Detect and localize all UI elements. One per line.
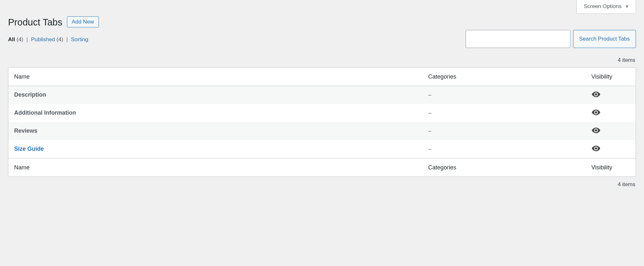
- col-header-visibility[interactable]: Visibility: [586, 67, 636, 86]
- eye-icon[interactable]: [592, 127, 601, 134]
- col-header-name[interactable]: Name: [8, 67, 422, 86]
- filter-published[interactable]: Published (4): [31, 36, 65, 43]
- col-footer-name: Name: [8, 158, 422, 176]
- product-tabs-table: Name Categories Visibility Description–A…: [8, 67, 636, 177]
- row-categories: –: [422, 104, 586, 122]
- filter-sorting[interactable]: Sorting: [71, 36, 88, 43]
- row-name[interactable]: Size Guide: [14, 146, 44, 152]
- row-categories: –: [422, 122, 586, 140]
- col-footer-categories: Categories: [422, 158, 586, 176]
- row-categories: –: [422, 140, 586, 158]
- table-row: Description–: [8, 86, 636, 104]
- col-footer-visibility: Visibility: [586, 158, 636, 176]
- row-name[interactable]: Reviews: [14, 128, 37, 134]
- screen-options-label: Screen Options: [584, 3, 621, 10]
- eye-icon[interactable]: [592, 109, 601, 116]
- screen-options-button[interactable]: Screen Options ▼: [576, 0, 636, 14]
- table-row: Reviews–: [8, 122, 636, 140]
- svg-point-2: [595, 129, 597, 132]
- eye-icon[interactable]: [592, 145, 601, 152]
- filter-all[interactable]: All (4): [8, 36, 25, 43]
- search-input[interactable]: [466, 30, 571, 48]
- add-new-button[interactable]: Add New: [67, 16, 99, 27]
- chevron-down-icon: ▼: [625, 4, 629, 9]
- page-title: Product Tabs: [8, 16, 62, 29]
- col-header-categories[interactable]: Categories: [422, 67, 586, 86]
- search-button[interactable]: Search Product Tabs: [573, 30, 636, 48]
- svg-point-3: [595, 147, 597, 150]
- table-row: Size Guide–: [8, 140, 636, 158]
- svg-point-0: [595, 93, 597, 96]
- row-name[interactable]: Additional Information: [14, 109, 76, 116]
- svg-point-1: [595, 111, 597, 114]
- row-name[interactable]: Description: [14, 91, 46, 98]
- item-count-top: 4 items: [618, 57, 635, 63]
- table-row: Additional Information–: [8, 104, 636, 122]
- eye-icon[interactable]: [592, 91, 601, 98]
- row-categories: –: [422, 86, 586, 104]
- item-count-bottom: 4 items: [618, 181, 635, 188]
